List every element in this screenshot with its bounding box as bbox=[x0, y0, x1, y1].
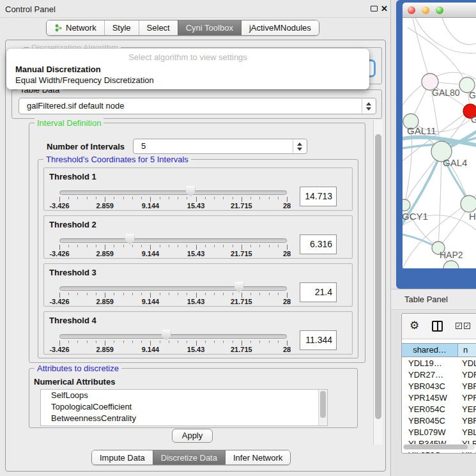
close-traffic-light-icon[interactable] bbox=[408, 6, 415, 14]
checkbox-icon[interactable]: ✓ bbox=[464, 323, 470, 329]
attribute-list-scrollbar[interactable] bbox=[318, 390, 327, 426]
node-label-gcy1: GCY1 bbox=[403, 211, 428, 222]
main-scrollbar[interactable] bbox=[373, 120, 383, 445]
threshold-slider[interactable]: -3.4262.8599.14415.4321.71528 bbox=[59, 186, 287, 210]
threshold-label: Threshold 1 bbox=[49, 172, 96, 181]
numerical-attributes-heading: Numerical Attributes bbox=[34, 377, 115, 387]
table-rows: YDL19…YDL1YDR27…YDR2YBR043CYBR0YPR145WYP… bbox=[402, 358, 476, 453]
tab-label: Discretize Data bbox=[161, 453, 217, 463]
dropdown-option-equal-width[interactable]: Equal Width/Frequency Discretization bbox=[9, 75, 367, 86]
table-cell: YPR145W bbox=[402, 392, 458, 404]
tab-style[interactable]: Style bbox=[104, 20, 139, 35]
slider-track[interactable] bbox=[59, 286, 287, 291]
scrollbar-thumb[interactable] bbox=[404, 445, 468, 449]
list-item[interactable]: BetweennessCentrality bbox=[41, 413, 327, 424]
tick-label: 28 bbox=[283, 298, 291, 305]
threshold-value-field[interactable]: 6.316 bbox=[300, 234, 337, 254]
scrollbar-thumb[interactable] bbox=[375, 134, 381, 419]
table-cell: YDR27… bbox=[402, 369, 458, 381]
threshold-panel: Threshold 4 -3.4262.8599.14415.4321.7152… bbox=[43, 311, 353, 355]
table-row[interactable]: YDL19…YDL1 bbox=[402, 358, 476, 369]
slider-thumb[interactable] bbox=[234, 282, 244, 293]
table-row[interactable]: YBR045CYBR0 bbox=[402, 415, 476, 427]
table-cell: YDR2 bbox=[458, 369, 476, 381]
threshold-panel: Threshold 1 -3.4262.8599.14415.4321.7152… bbox=[43, 167, 353, 211]
tab-label: Impute Data bbox=[100, 453, 145, 463]
zoom-traffic-light-icon[interactable] bbox=[436, 6, 443, 14]
network-view-window: GAL80 GA G GAL11 GAL4 GCY1 H HAP2 bbox=[396, 0, 476, 289]
tab-infer-network[interactable]: Infer Network bbox=[225, 450, 290, 464]
tick-label: 21.715 bbox=[231, 298, 252, 305]
table-toolbar: ⚙ ✓ ✓ bbox=[402, 314, 476, 339]
attribute-list[interactable]: SelfLoopsTopologicalCoefficientBetweenne… bbox=[40, 389, 328, 426]
table-row[interactable]: YBL079WYBL0 bbox=[402, 427, 476, 438]
table-row[interactable]: YDR27…YDR2 bbox=[402, 369, 476, 381]
checkbox-icon[interactable]: ✓ bbox=[456, 323, 462, 329]
list-item[interactable]: TopologicalCoefficient bbox=[41, 401, 327, 413]
table-cell: YER054C bbox=[402, 404, 458, 415]
slider-track[interactable] bbox=[59, 334, 287, 339]
threshold-value-field[interactable]: 14.713 bbox=[300, 187, 337, 206]
tick-label: 28 bbox=[283, 202, 291, 210]
table-row[interactable]: YER054CYER0 bbox=[402, 404, 476, 415]
slider-tick-labels: -3.4262.8599.14415.4321.71528 bbox=[59, 250, 287, 258]
column-header-shared-name[interactable]: shared… bbox=[402, 344, 458, 357]
table-cell: YIL053C bbox=[402, 450, 458, 453]
slider-track[interactable] bbox=[59, 238, 287, 243]
slider-thumb[interactable] bbox=[186, 186, 196, 197]
group-title: Attributes to discretize bbox=[35, 364, 121, 373]
number-of-intervals-combobox[interactable]: 5 bbox=[133, 139, 307, 154]
tab-discretize-data[interactable]: Discretize Data bbox=[153, 450, 225, 464]
table-cell: YPR1 bbox=[458, 392, 476, 404]
slider-track[interactable] bbox=[59, 190, 287, 195]
threshold-slider[interactable]: -3.4262.8599.14415.4321.71528 bbox=[59, 330, 287, 354]
threshold-slider[interactable]: -3.4262.8599.14415.4321.71528 bbox=[59, 234, 287, 258]
table-cell: YDL19… bbox=[402, 358, 458, 369]
thresholds-coordinates-group: Threshold's Coordinates for 5 Intervals … bbox=[38, 159, 358, 358]
combobox-value: 5 bbox=[141, 141, 146, 151]
tick-label: 2.859 bbox=[96, 346, 114, 353]
tick-label: -3.426 bbox=[49, 202, 69, 210]
tick-label: 9.144 bbox=[142, 250, 160, 257]
node-bottom-partial[interactable] bbox=[443, 261, 459, 268]
gear-icon[interactable]: ⚙ bbox=[410, 319, 419, 332]
network-canvas[interactable]: GAL80 GA G GAL11 GAL4 GCY1 H HAP2 bbox=[403, 18, 476, 268]
columns-icon[interactable] bbox=[432, 321, 443, 332]
column-header-name[interactable]: n bbox=[458, 344, 476, 357]
dropdown-option-manual[interactable]: Manual Discretization bbox=[9, 64, 367, 75]
threshold-slider[interactable]: -3.4262.8599.14415.4321.71528 bbox=[59, 282, 287, 306]
tab-jactivemnodules[interactable]: jActiveMNodules bbox=[241, 20, 319, 35]
tick-label: 21.715 bbox=[231, 202, 252, 210]
threshold-value-field[interactable]: 21.4 bbox=[300, 282, 337, 302]
node-his[interactable] bbox=[461, 196, 476, 212]
table-row[interactable]: YIL053CYIL0 bbox=[402, 450, 476, 453]
number-of-intervals-label: Number of Intervals bbox=[47, 142, 125, 151]
threshold-value-field[interactable]: 11.344 bbox=[300, 330, 337, 350]
table-horizontal-scrollbar[interactable] bbox=[403, 444, 475, 450]
close-icon[interactable]: ✕ bbox=[381, 4, 388, 13]
interval-definition-group: Interval Definition Number of Intervals … bbox=[29, 123, 365, 363]
table-cell: YDL1 bbox=[458, 358, 476, 369]
tick-label: 2.859 bbox=[96, 298, 114, 305]
tab-select[interactable]: Select bbox=[139, 20, 178, 35]
slider-thumb[interactable] bbox=[162, 330, 171, 341]
table-data-combobox[interactable]: galFiltered.sif default node bbox=[19, 98, 376, 114]
node-label-partial-low: H bbox=[469, 211, 476, 222]
table-header: shared… n bbox=[402, 343, 476, 357]
tab-label: Cyni Toolbox bbox=[186, 23, 233, 33]
table-row[interactable]: YPR145WYPR1 bbox=[402, 392, 476, 404]
tab-impute-data[interactable]: Impute Data bbox=[92, 450, 153, 464]
tab-cyni-toolbox[interactable]: Cyni Toolbox bbox=[178, 20, 241, 35]
tab-label: Network bbox=[66, 23, 96, 33]
control-panel-window: Control Panel ✕ Network Style Select Cyn… bbox=[0, 0, 391, 476]
table-row[interactable]: YBR043CYBR0 bbox=[402, 381, 476, 392]
float-window-icon[interactable] bbox=[371, 6, 378, 12]
apply-button[interactable]: Apply bbox=[172, 429, 213, 443]
list-item[interactable]: SelfLoops bbox=[41, 390, 327, 401]
tab-network[interactable]: Network bbox=[47, 20, 104, 35]
slider-thumb[interactable] bbox=[125, 234, 135, 245]
algorithm-dropdown-popup: Select algorithm to view settings Manual… bbox=[6, 49, 369, 89]
window-title: Control Panel bbox=[5, 4, 56, 14]
minimize-traffic-light-icon[interactable] bbox=[422, 6, 429, 14]
node-gcy1[interactable] bbox=[403, 199, 410, 211]
